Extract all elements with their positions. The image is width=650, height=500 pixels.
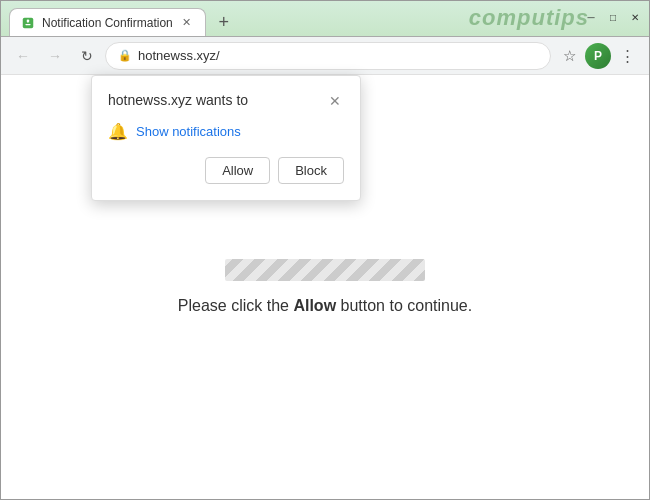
allow-button[interactable]: Allow xyxy=(205,157,270,184)
lock-icon: 🔒 xyxy=(118,49,132,62)
popup-close-button[interactable]: ✕ xyxy=(326,92,344,110)
allow-text-highlight: Allow xyxy=(293,297,336,314)
page-message: Please click the Allow button to continu… xyxy=(178,297,472,315)
watermark-text: computips xyxy=(469,5,589,31)
progress-bar xyxy=(225,259,425,281)
bell-icon: 🔔 xyxy=(108,122,128,141)
progress-bar-container xyxy=(225,259,425,281)
block-button[interactable]: Block xyxy=(278,157,344,184)
new-tab-button[interactable]: + xyxy=(210,8,238,36)
permission-popup: hotnewss.xyz wants to ✕ 🔔 Show notificat… xyxy=(91,75,361,201)
popup-title: hotnewss.xyz wants to xyxy=(108,92,248,108)
address-bar: ← → ↻ 🔒 hotnewss.xyz/ ☆ P ⋮ xyxy=(1,37,649,75)
close-button[interactable]: ✕ xyxy=(625,7,645,27)
minimize-button[interactable]: ─ xyxy=(581,7,601,27)
maximize-button[interactable]: □ xyxy=(603,7,623,27)
active-tab[interactable]: Notification Confirmation ✕ xyxy=(9,8,206,36)
forward-button[interactable]: → xyxy=(41,42,69,70)
title-bar: Notification Confirmation ✕ + computips … xyxy=(1,1,649,37)
svg-rect-1 xyxy=(25,23,30,24)
page-content: hotnewss.xyz wants to ✕ 🔔 Show notificat… xyxy=(1,75,649,499)
profile-button[interactable]: P xyxy=(585,43,611,69)
popup-header: hotnewss.xyz wants to ✕ xyxy=(108,92,344,110)
tab-close-button[interactable]: ✕ xyxy=(179,15,195,31)
menu-button[interactable]: ⋮ xyxy=(613,42,641,70)
url-text: hotnewss.xyz/ xyxy=(138,48,220,63)
popup-option: 🔔 Show notifications xyxy=(108,120,344,143)
window-controls: ─ □ ✕ xyxy=(581,7,645,27)
browser-window: Notification Confirmation ✕ + computips … xyxy=(0,0,650,500)
url-bar[interactable]: 🔒 hotnewss.xyz/ xyxy=(105,42,551,70)
progress-area: Please click the Allow button to continu… xyxy=(178,259,472,315)
popup-actions: Allow Block xyxy=(108,157,344,184)
toolbar-right: ☆ P ⋮ xyxy=(555,42,641,70)
show-notifications-link[interactable]: Show notifications xyxy=(136,124,241,139)
refresh-button[interactable]: ↻ xyxy=(73,42,101,70)
bookmark-button[interactable]: ☆ xyxy=(555,42,583,70)
back-button[interactable]: ← xyxy=(9,42,37,70)
tab-favicon-icon xyxy=(20,15,36,31)
tab-title: Notification Confirmation xyxy=(42,16,173,30)
